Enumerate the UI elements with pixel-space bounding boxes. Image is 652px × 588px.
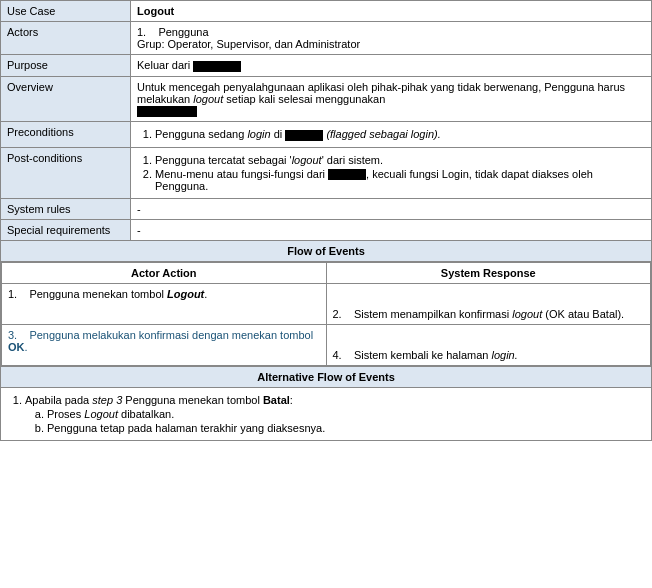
alt-colon-1: : <box>290 394 293 406</box>
prec-text-1: Pengguna sedang <box>155 128 247 140</box>
system-item-2: 2. Sistem menampilkan konfirmasi logout … <box>333 308 645 320</box>
system-rules-value: - <box>131 199 652 220</box>
main-table: Use Case Logout Actors 1. Pengguna Grup:… <box>0 0 652 441</box>
overview-text-2: setiap kali selesai menggunakan <box>223 93 385 105</box>
actors-line1: 1. Pengguna <box>137 26 645 38</box>
flow-columns-cell: Actor Action System Response 1. Pengguna… <box>1 262 652 367</box>
purpose-value: Keluar dari <box>131 55 652 77</box>
actor-bold-3: OK <box>8 341 25 353</box>
flow-row-1: 1. Pengguna menekan tombol Logout. 2. Si… <box>2 284 651 325</box>
alt-header: Alternative Flow of Events <box>1 367 652 388</box>
alt-italic-1: step 3 <box>92 394 122 406</box>
actor-text-3a: Pengguna melakukan konfirmasi dengan men… <box>29 329 313 341</box>
system-rules-row: System rules - <box>1 199 652 220</box>
header-row: Use Case Logout <box>1 1 652 22</box>
special-req-row: Special requirements - <box>1 220 652 241</box>
use-case-title-label: Use Case <box>7 5 55 17</box>
system-num-2: 2. <box>333 308 354 320</box>
actors-line2: Grup: Operator, Supervisor, dan Administ… <box>137 38 645 50</box>
flow-two-col-table: Actor Action System Response 1. Pengguna… <box>1 262 651 366</box>
use-case-title-text: Logout <box>137 5 174 17</box>
flow-col-headers: Actor Action System Response <box>2 263 651 284</box>
postconditions-value: Pengguna tercatat sebagai 'logout' dari … <box>131 147 652 199</box>
postcondition-item-1: Pengguna tercatat sebagai 'logout' dari … <box>155 154 645 166</box>
flow-header: Flow of Events <box>1 241 652 262</box>
postconditions-list: Pengguna tercatat sebagai 'logout' dari … <box>137 154 645 193</box>
postcondition-item-2: Menu-menu atau fungsi-fungsi dari , kecu… <box>155 168 645 193</box>
postconditions-label: Post-conditions <box>1 147 131 199</box>
actor-num-3: 3. <box>8 329 29 341</box>
alt-sub-a: Proses Logout dibatalkan. <box>47 408 645 420</box>
precondition-item-1: Pengguna sedang login di (flagged sebaga… <box>155 128 645 141</box>
alt-sub-b-text: Pengguna tetap pada halaman terakhir yan… <box>47 422 325 434</box>
system-response-header: System Response <box>326 263 651 284</box>
system-col-2: 4. Sistem kembali ke halaman login. <box>326 325 651 366</box>
actor-header-text: Actor Action <box>131 267 197 279</box>
overview-italic: logout <box>193 93 223 105</box>
preconditions-value: Pengguna sedang login di (flagged sebaga… <box>131 122 652 148</box>
overview-value: Untuk mencegah penyalahgunaan aplikasi o… <box>131 76 652 122</box>
redacted-4 <box>328 169 366 180</box>
post-text-1: Pengguna tercatat sebagai ' <box>155 154 292 166</box>
purpose-text: Keluar dari <box>137 59 193 71</box>
redacted-2 <box>137 106 197 117</box>
actor-period-1: . <box>204 288 207 300</box>
alt-sub-a-italic: Logout <box>84 408 118 420</box>
system-num-4: 4. <box>333 349 354 361</box>
special-req-value: - <box>131 220 652 241</box>
post-italic-1: logout <box>292 154 322 166</box>
redacted-1 <box>193 61 241 72</box>
use-case-title-value: Logout <box>131 1 652 22</box>
redacted-3 <box>285 130 323 141</box>
alt-sub-b: Pengguna tetap pada halaman terakhir yan… <box>47 422 645 434</box>
post-text-3: Menu-menu atau fungsi-fungsi dari <box>155 168 328 180</box>
alt-sub-list: Proses Logout dibatalkan. Pengguna tetap… <box>25 408 645 434</box>
prec-text-2: di <box>271 128 286 140</box>
flow-columns-row: Actor Action System Response 1. Pengguna… <box>1 262 652 367</box>
actor-col-1: 1. Pengguna menekan tombol Logout. <box>2 284 327 325</box>
alt-header-row: Alternative Flow of Events <box>1 367 652 388</box>
alt-header-text: Alternative Flow of Events <box>257 371 395 383</box>
alt-text-1a: Apabila pada <box>25 394 92 406</box>
alt-text-1b: Pengguna menekan tombol <box>122 394 263 406</box>
alt-item-1: Apabila pada step 3 Pengguna menekan tom… <box>25 394 645 434</box>
alt-sub-a-text: Proses <box>47 408 84 420</box>
actor-item-1: 1. Pengguna menekan tombol Logout. <box>8 288 320 300</box>
actors-value: 1. Pengguna Grup: Operator, Supervisor, … <box>131 22 652 55</box>
prec-italic-1: login <box>247 128 270 140</box>
special-req-label: Special requirements <box>1 220 131 241</box>
system-header-text: System Response <box>441 267 536 279</box>
prec-italic-2: (flagged sebagai login). <box>326 128 440 140</box>
postconditions-row: Post-conditions Pengguna tercatat sebaga… <box>1 147 652 199</box>
actor-period-3: . <box>25 341 28 353</box>
actors-label: Actors <box>1 22 131 55</box>
flow-header-text: Flow of Events <box>287 245 365 257</box>
system-col-1: 2. Sistem menampilkan konfirmasi logout … <box>326 284 651 325</box>
actors-row: Actors 1. Pengguna Grup: Operator, Super… <box>1 22 652 55</box>
system-text-2b: (OK atau Batal). <box>542 308 624 320</box>
preconditions-row: Preconditions Pengguna sedang login di (… <box>1 122 652 148</box>
system-italic-2: logout <box>512 308 542 320</box>
alt-sub-a-end: dibatalkan. <box>118 408 174 420</box>
actor-text-1: Pengguna menekan tombol <box>29 288 167 300</box>
alt-list: Apabila pada step 3 Pengguna menekan tom… <box>7 394 645 434</box>
actor-bold-1: Logout <box>167 288 204 300</box>
system-italic-4: login. <box>491 349 517 361</box>
overview-label: Overview <box>1 76 131 122</box>
alt-flow-content: Apabila pada step 3 Pengguna menekan tom… <box>1 388 652 441</box>
actor-item-3: 3. Pengguna melakukan konfirmasi dengan … <box>8 329 320 353</box>
purpose-row: Purpose Keluar dari <box>1 55 652 77</box>
purpose-label: Purpose <box>1 55 131 77</box>
alt-bold-1: Batal <box>263 394 290 406</box>
flow-header-row: Flow of Events <box>1 241 652 262</box>
system-rules-label: System rules <box>1 199 131 220</box>
post-text-2: ' dari sistem. <box>322 154 383 166</box>
system-text-2a: Sistem menampilkan konfirmasi <box>354 308 512 320</box>
actor-num-1: 1. <box>8 288 29 300</box>
alt-flow-row: Apabila pada step 3 Pengguna menekan tom… <box>1 388 652 441</box>
actor-action-header: Actor Action <box>2 263 327 284</box>
use-case-label: Use Case <box>1 1 131 22</box>
actor-col-2: 3. Pengguna melakukan konfirmasi dengan … <box>2 325 327 366</box>
overview-row: Overview Untuk mencegah penyalahgunaan a… <box>1 76 652 122</box>
system-text-4a: Sistem kembali ke halaman <box>354 349 492 361</box>
